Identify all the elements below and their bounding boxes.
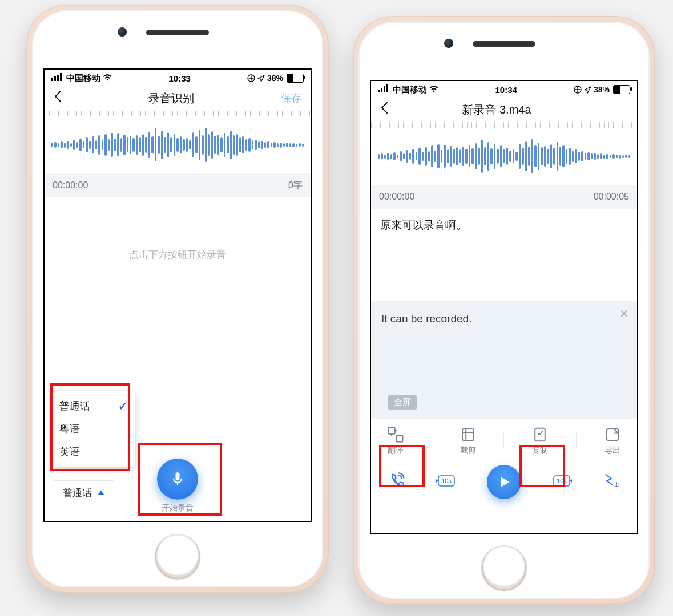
wifi-icon	[103, 73, 112, 83]
record-button-label: 开始录音	[162, 503, 194, 513]
language-option-label: 英语	[59, 445, 80, 459]
rewind-icon: 10s	[435, 473, 458, 489]
carrier-label: 中国移动	[393, 84, 427, 94]
status-left: 中国移动	[378, 84, 438, 95]
call-play-button[interactable]	[389, 472, 406, 492]
word-count: 0字	[288, 180, 303, 192]
home-button[interactable]	[155, 534, 200, 579]
waveform	[371, 128, 637, 185]
close-icon[interactable]: ✕	[619, 307, 629, 321]
transcript-text: 原来可以录音啊。	[371, 209, 637, 233]
nav-bar: 新录音 3.m4a	[371, 98, 637, 122]
tool-divider	[576, 433, 577, 449]
play-icon	[497, 475, 511, 489]
triangle-up-icon	[98, 491, 104, 495]
nav-bar: 录音识别 保存	[45, 87, 311, 111]
tool-trim[interactable]: 裁剪	[460, 426, 477, 456]
battery-icon	[613, 85, 630, 94]
svg-text:10s: 10s	[441, 477, 452, 484]
tool-export[interactable]: 导出	[604, 426, 621, 456]
microphone-icon	[170, 471, 186, 487]
tool-copy[interactable]: 复制	[531, 426, 549, 456]
start-prompt: 点击下方按钮开始录音	[129, 248, 226, 261]
compass-icon	[247, 74, 255, 82]
speed-button[interactable]: 1x	[602, 473, 619, 491]
language-option-label: 普通话	[59, 399, 90, 413]
battery-percent: 38%	[267, 74, 283, 83]
svg-text:10s: 10s	[557, 477, 567, 484]
phone-speaker	[473, 41, 535, 47]
trim-icon	[460, 426, 477, 443]
page-title: 录音识别	[148, 91, 194, 106]
back-button[interactable]	[54, 90, 62, 106]
waveform	[45, 116, 311, 173]
status-bar: 中国移动 10:33 38%	[45, 70, 311, 87]
page-title: 新录音 3.m4a	[462, 102, 531, 117]
phone-speaker	[146, 30, 209, 35]
speed-icon: 1x	[602, 473, 619, 489]
battery-icon	[287, 74, 304, 83]
app-screen-playback: 中国移动 10:34 38% 新录音 3.m4a	[370, 80, 638, 534]
status-time: 10:33	[168, 74, 190, 83]
svg-text:1x: 1x	[615, 481, 619, 488]
svg-rect-6	[607, 429, 618, 440]
signal-icon	[378, 84, 388, 92]
tool-divider	[503, 433, 504, 449]
tool-divider	[432, 433, 432, 449]
signal-icon	[51, 73, 62, 81]
language-option-english[interactable]: 英语	[59, 440, 128, 463]
translation-panel: It can be recorded. ✕ 全屏	[371, 301, 637, 419]
language-selector[interactable]: 普通话	[53, 480, 114, 505]
tool-label: 裁剪	[460, 445, 476, 456]
language-selected-label: 普通话	[63, 487, 92, 500]
phone-playback: 中国移动 10:34 38% 新录音 3.m4a	[353, 16, 655, 605]
forward-10-button[interactable]: 10s	[550, 473, 573, 491]
copy-icon	[531, 426, 549, 443]
tool-label: 翻译	[388, 445, 404, 456]
status-left: 中国移动	[51, 73, 112, 84]
home-button[interactable]	[481, 545, 527, 591]
app-screen-record: 中国移动 10:33 38% 录音识别 保	[43, 68, 312, 522]
language-option-cantonese[interactable]: 粤语	[59, 418, 128, 440]
tool-translate[interactable]: 翻译	[387, 426, 404, 456]
save-button[interactable]: 保存	[281, 91, 301, 105]
svg-rect-3	[396, 435, 402, 441]
forward-icon: 10s	[550, 473, 573, 489]
time-ruler	[371, 122, 637, 128]
check-icon: ✓	[118, 399, 128, 413]
tool-label: 导出	[605, 445, 620, 456]
location-icon	[584, 86, 591, 94]
language-option-mandarin[interactable]: 普通话 ✓	[59, 395, 128, 418]
tool-label: 复制	[532, 445, 548, 456]
back-button[interactable]	[380, 102, 388, 117]
elapsed-time: 00:00:00	[379, 192, 414, 202]
status-bar: 中国移动 10:34 38%	[371, 81, 637, 98]
svg-rect-4	[462, 429, 474, 440]
phone-camera	[118, 27, 127, 37]
translate-icon	[387, 426, 404, 443]
translation-text: It can be recorded.	[381, 313, 471, 325]
elapsed-time: 00:00:00	[53, 180, 88, 191]
phone-camera	[444, 39, 453, 48]
duration: 00:00:05	[594, 192, 629, 202]
location-icon	[257, 75, 265, 82]
record-button[interactable]	[157, 459, 198, 500]
player-bar: 10s 10s 1x	[371, 459, 637, 505]
compass-icon	[574, 86, 582, 94]
battery-percent: 38%	[594, 85, 610, 94]
play-button[interactable]	[487, 465, 521, 499]
tool-bar: 翻译 裁剪 复制 导出	[371, 419, 637, 459]
wifi-icon	[429, 84, 438, 94]
rewind-10-button[interactable]: 10s	[435, 473, 458, 491]
info-bar: 00:00:00 0字	[45, 173, 311, 197]
svg-rect-2	[388, 428, 394, 434]
status-time: 10:34	[495, 85, 517, 95]
fullscreen-button[interactable]: 全屏	[388, 395, 417, 410]
info-bar: 00:00:00 00:00:05	[371, 185, 637, 209]
language-popup[interactable]: 普通话 ✓ 粤语 英语	[53, 391, 135, 467]
carrier-label: 中国移动	[66, 73, 100, 83]
status-right: 38%	[247, 74, 304, 83]
phone-record: 中国移动 10:33 38% 录音识别 保	[26, 5, 329, 593]
phone-icon	[389, 472, 406, 489]
language-option-label: 粤语	[59, 422, 80, 436]
